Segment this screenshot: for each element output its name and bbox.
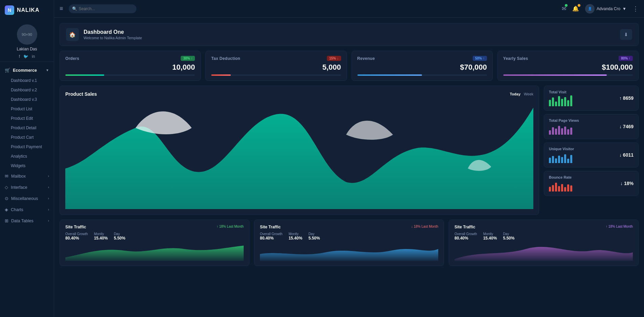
bbar-8 <box>570 185 572 191</box>
yearly-progress-track <box>503 74 633 76</box>
sidebar-item-ecommerce[interactable]: 🛒 Ecommerce ▼ <box>0 65 54 76</box>
sidebar-item-dashboard-v1[interactable]: Dashboard v.1 <box>0 76 54 85</box>
header-right: ✉ 🔔 👤 Advanda Cro ▼ ⋮ <box>562 4 639 14</box>
bar-1 <box>549 100 551 106</box>
stat-card-orders: Orders 30% ↑ 10,000 <box>60 51 201 81</box>
traffic-chart-3 <box>454 244 633 261</box>
tables-label: Data Tables <box>11 219 34 223</box>
revenue-progress-bar <box>357 74 422 76</box>
bottom-grid: Site Traffic ↑ 18% Last Month Overall Gr… <box>60 220 639 266</box>
traffic-val-day-3: 5.50% <box>503 236 514 241</box>
user-name: Lakian Das <box>17 47 37 51</box>
mail-icon[interactable]: ✉ <box>562 5 566 12</box>
pbar-7 <box>567 129 569 135</box>
avatar: 90×90 <box>17 24 37 45</box>
tab-week[interactable]: Week <box>524 92 533 96</box>
sidebar-item-dashboard-v2[interactable]: Dashboard v.2 <box>0 85 54 95</box>
sidebar-item-interface[interactable]: ◇ Interface › <box>0 182 54 193</box>
social-icons: f 🐦 in <box>19 54 35 59</box>
misc-label: Miscellaneous <box>11 196 38 201</box>
traffic-stat-growth-1: Overall Growth 80.40% <box>65 232 88 241</box>
user-avatar-small: 👤 <box>585 4 595 14</box>
bbar-2 <box>552 185 554 191</box>
traffic-val-monthly-1: 15.40% <box>94 236 108 241</box>
hamburger-button[interactable]: ≡ <box>60 5 63 12</box>
bar-3 <box>555 101 557 106</box>
traffic-stats-3: Overall Growth 80.40% Montly 15.40% Day … <box>454 232 633 241</box>
sidebar-item-product-list[interactable]: Product List <box>0 104 54 114</box>
mini-stat-bounce-rate-left: Bounce Rate <box>549 175 620 191</box>
traffic-stat-monthly-1: Montly 15.40% <box>94 232 108 241</box>
total-visit-bars <box>549 95 619 106</box>
stat-card-yearly: Yearly Sales 80% ↑ $100,000 <box>497 51 639 81</box>
traffic-stat-day-3: Day 5.50% <box>503 232 514 241</box>
chart-area <box>65 101 533 209</box>
orders-title: Orders <box>65 56 79 61</box>
sidebar-item-analytics[interactable]: Analytics <box>0 152 54 161</box>
search-input[interactable] <box>69 4 136 13</box>
mailbox-label: Mailbox <box>11 174 26 179</box>
pbar-1 <box>549 130 551 135</box>
ecommerce-icon: 🛒 <box>5 68 10 73</box>
facebook-icon[interactable]: f <box>19 54 20 59</box>
sidebar-item-data-tables[interactable]: ⊞ Data Tables › <box>0 215 54 226</box>
twitter-icon[interactable]: 🐦 <box>23 54 28 59</box>
sidebar-item-charts[interactable]: ◈ Charts › <box>0 204 54 215</box>
traffic-stat-day-1: Day 5.50% <box>114 232 125 241</box>
traffic-val-growth-3: 80.40% <box>454 236 477 241</box>
revenue-progress-track <box>357 74 487 76</box>
total-visit-label: Total Visit <box>549 90 619 94</box>
bbar-4 <box>558 186 560 191</box>
bar-7 <box>567 100 569 106</box>
mini-stat-total-visit-left: Total Visit <box>549 90 619 106</box>
interface-label: Interface <box>11 185 27 190</box>
bell-icon[interactable]: 🔔 <box>572 5 579 12</box>
traffic-header-1: Site Traffic ↑ 18% Last Month <box>65 225 244 229</box>
bar-8 <box>570 95 572 106</box>
yearly-value: $100,000 <box>503 63 633 72</box>
bar-2 <box>552 97 554 106</box>
bounce-rate-label: Bounce Rate <box>549 175 620 179</box>
mini-stat-bounce-rate: Bounce Rate ↓ 18% <box>544 171 639 196</box>
orders-progress-bar <box>65 74 104 76</box>
traffic-label-day-3: Day <box>503 232 514 236</box>
user-menu[interactable]: 👤 Advanda Cro ▼ <box>585 4 626 14</box>
chevron-down-icon: ▼ <box>46 68 49 72</box>
sidebar-item-dashboard-v3[interactable]: Dashboard v.3 <box>0 95 54 104</box>
download-button[interactable]: ⬇ <box>620 29 632 40</box>
sidebar-item-product-cart[interactable]: Product Cart <box>0 133 54 142</box>
tab-today[interactable]: Today <box>510 92 521 96</box>
sidebar-item-miscellaneous[interactable]: ⊙ Miscellaneous › <box>0 193 54 204</box>
tables-icon: ⊞ <box>5 218 8 223</box>
page-views-label: Total Page Views <box>549 118 619 122</box>
sidebar-item-mailbox[interactable]: ✉ Mailbox › <box>0 171 54 182</box>
sidebar-item-product-detail[interactable]: Product Detail <box>0 123 54 133</box>
orders-progress-track <box>65 74 195 76</box>
sidebar-menu: 🛒 Ecommerce ▼ Dashboard v.1 Dashboard v.… <box>0 62 54 317</box>
traffic-card-2: Site Traffic ↓ 18% Last Month Overall Gr… <box>254 220 444 266</box>
linkedin-icon[interactable]: in <box>32 54 35 59</box>
traffic-label-monthly-2: Montly <box>289 232 303 236</box>
unique-visitor-value: ↓ 6011 <box>619 152 634 158</box>
sidebar-item-widgets[interactable]: Widgets <box>0 161 54 171</box>
traffic-header-2: Site Traffic ↓ 18% Last Month <box>260 225 438 229</box>
sidebar-item-product-edit[interactable]: Product Edit <box>0 114 54 123</box>
yearly-title: Yearly Sales <box>503 56 528 61</box>
traffic-stat-day-2: Day 5.50% <box>308 232 320 241</box>
interface-icon: ◇ <box>5 185 8 190</box>
traffic-label-monthly-1: Montly <box>94 232 108 236</box>
ubar-4 <box>558 156 560 163</box>
ubar-3 <box>555 158 557 163</box>
traffic-label-monthly-3: Montly <box>483 232 497 236</box>
traffic-stats-2: Overall Growth 80.40% Montly 15.40% Day … <box>260 232 438 241</box>
sidebar: N NALIKA 90×90 Lakian Das f 🐦 in 🛒 Ecomm… <box>0 0 54 317</box>
search-icon: 🔍 <box>72 6 77 11</box>
bbar-5 <box>561 184 563 191</box>
tax-title: Tax Deduction <box>211 56 240 61</box>
traffic-badge-2: ↓ 18% Last Month <box>411 225 438 228</box>
sidebar-item-product-payment[interactable]: Product Payment <box>0 142 54 152</box>
page-header-icon: 🏠 <box>66 28 79 41</box>
yearly-badge: 80% ↑ <box>619 56 633 61</box>
traffic-val-day-2: 5.50% <box>308 236 320 241</box>
more-icon[interactable]: ⋮ <box>632 5 639 13</box>
